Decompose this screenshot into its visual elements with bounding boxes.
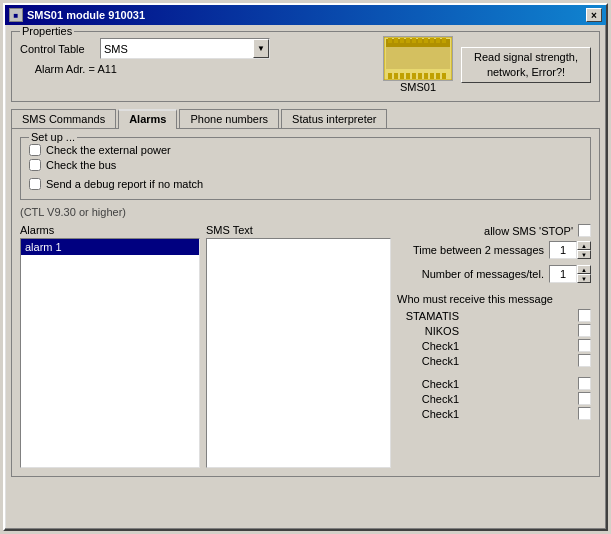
svg-rect-4 <box>400 38 404 43</box>
recipient-check1b-checkbox[interactable] <box>578 354 591 367</box>
recipient-check1b-name: Check1 <box>397 355 467 367</box>
send-debug-checkbox[interactable] <box>29 178 41 190</box>
svg-rect-16 <box>406 73 410 79</box>
recipient-check1e-row: Check1 <box>397 407 591 420</box>
sms-text-label: SMS Text <box>206 224 391 236</box>
recipient-check1c-row: Check1 <box>397 377 591 390</box>
recipient-check1d-name: Check1 <box>397 393 467 405</box>
recipient-nikos-name: NIKOS <box>397 325 467 337</box>
alarm-item-1[interactable]: alarm 1 <box>21 239 199 255</box>
svg-rect-17 <box>412 73 416 79</box>
sms-image-container: SMS01 <box>383 36 453 93</box>
recipient-check1e-checkbox[interactable] <box>578 407 591 420</box>
ctl-version-label: (CTL V9.30 or higher) <box>20 206 591 218</box>
num-messages-down-button[interactable]: ▼ <box>577 274 591 283</box>
alarm-adr-row: Alarm Adr. = A11 <box>20 63 270 75</box>
alarms-list[interactable]: alarm 1 <box>20 238 200 468</box>
spacer <box>397 369 591 377</box>
check-bus-row: Check the bus <box>29 159 582 171</box>
allow-sms-checkbox[interactable] <box>578 224 591 237</box>
time-between-label: Time between 2 messages <box>413 244 544 256</box>
properties-right: SMS01 Read signal strength, network, Err… <box>383 36 591 93</box>
who-title: Who must receive this message <box>397 293 591 305</box>
who-section: Who must receive this message STAMATIS N… <box>397 293 591 422</box>
alarms-list-label: Alarms <box>20 224 200 236</box>
recipient-stamatis-checkbox[interactable] <box>578 309 591 322</box>
read-signal-button[interactable]: Read signal strength, network, Error?! <box>461 47 591 83</box>
check-bus-label: Check the bus <box>46 159 116 171</box>
sms-module-image <box>383 36 453 81</box>
properties-label: Properties <box>20 25 74 37</box>
time-between-down-button[interactable]: ▼ <box>577 250 591 259</box>
svg-rect-11 <box>442 38 446 43</box>
check-external-power-label: Check the external power <box>46 144 171 156</box>
recipient-nikos-checkbox[interactable] <box>578 324 591 337</box>
svg-rect-21 <box>436 73 440 79</box>
window-body: Properties Control Table SMS ▼ <box>5 25 606 483</box>
recipient-check1a-name: Check1 <box>397 340 467 352</box>
alarm-adr-value: A11 <box>97 63 117 75</box>
svg-rect-22 <box>442 73 446 79</box>
window-title: SMS01 module 910031 <box>27 9 145 21</box>
recipient-check1c-name: Check1 <box>397 378 467 390</box>
close-button[interactable]: × <box>586 8 602 22</box>
tab-phone-numbers[interactable]: Phone numbers <box>179 109 279 129</box>
tab-alarms[interactable]: Alarms <box>118 109 177 129</box>
alarms-panel: Alarms alarm 1 <box>20 224 200 468</box>
check-external-power-checkbox[interactable] <box>29 144 41 156</box>
check-bus-checkbox[interactable] <box>29 159 41 171</box>
recipient-check1d-row: Check1 <box>397 392 591 405</box>
sms-text-panel: SMS Text <box>206 224 391 468</box>
time-between-up-button[interactable]: ▲ <box>577 241 591 250</box>
recipient-check1e-name: Check1 <box>397 408 467 420</box>
tab-status-interpreter[interactable]: Status interpreter <box>281 109 387 129</box>
svg-rect-9 <box>430 38 434 43</box>
svg-rect-6 <box>412 38 416 43</box>
recipient-check1a-row: Check1 <box>397 339 591 352</box>
svg-rect-13 <box>388 73 392 79</box>
send-debug-label: Send a debug report if no match <box>46 178 203 190</box>
recipient-nikos-row: NIKOS <box>397 324 591 337</box>
allow-sms-label: allow SMS 'STOP' <box>484 225 573 237</box>
title-bar-left: ■ SMS01 module 910031 <box>9 8 145 22</box>
check-external-power-row: Check the external power <box>29 144 582 156</box>
num-messages-row: Number of messages/tel. ▲ ▼ <box>397 265 591 283</box>
control-table-row: Control Table SMS ▼ <box>20 38 270 59</box>
window-icon: ■ <box>9 8 23 22</box>
recipient-stamatis-row: STAMATIS <box>397 309 591 322</box>
title-bar: ■ SMS01 module 910031 × <box>5 5 606 25</box>
time-between-spinner: ▲ ▼ <box>549 241 591 259</box>
svg-rect-18 <box>418 73 422 79</box>
svg-rect-3 <box>394 38 398 43</box>
num-messages-value[interactable] <box>549 265 577 283</box>
svg-rect-20 <box>430 73 434 79</box>
sms-text-input[interactable] <box>206 238 391 468</box>
recipient-check1c-checkbox[interactable] <box>578 377 591 390</box>
sms-image-label: SMS01 <box>400 81 436 93</box>
num-messages-spinner: ▲ ▼ <box>549 265 591 283</box>
time-between-value[interactable] <box>549 241 577 259</box>
right-panel: allow SMS 'STOP' Time between 2 messages… <box>397 224 591 468</box>
svg-rect-8 <box>424 38 428 43</box>
properties-group: Properties Control Table SMS ▼ <box>11 31 600 102</box>
tab-sms-commands[interactable]: SMS Commands <box>11 109 116 129</box>
setup-group: Set up ... Check the external power Chec… <box>20 137 591 200</box>
svg-rect-14 <box>394 73 398 79</box>
svg-rect-10 <box>436 38 440 43</box>
num-messages-up-button[interactable]: ▲ <box>577 265 591 274</box>
svg-rect-12 <box>386 47 450 69</box>
main-window: ■ SMS01 module 910031 × Properties Contr… <box>3 3 608 531</box>
time-between-spinner-buttons: ▲ ▼ <box>577 241 591 259</box>
main-content-area: Alarms alarm 1 SMS Text allow SMS 'STOP' <box>20 224 591 468</box>
control-table-select[interactable]: SMS <box>100 38 270 59</box>
recipient-check1a-checkbox[interactable] <box>578 339 591 352</box>
properties-left: Control Table SMS ▼ Alarm Adr. = A11 <box>20 38 270 75</box>
send-debug-row: Send a debug report if no match <box>29 178 582 190</box>
svg-rect-5 <box>406 38 410 43</box>
tab-content-alarms: Set up ... Check the external power Chec… <box>11 128 600 477</box>
alarm-adr-label: Alarm Adr. = <box>35 63 95 75</box>
tabs-container: SMS Commands Alarms Phone numbers Status… <box>11 108 600 128</box>
svg-rect-7 <box>418 38 422 43</box>
num-messages-label: Number of messages/tel. <box>422 268 544 280</box>
recipient-check1d-checkbox[interactable] <box>578 392 591 405</box>
